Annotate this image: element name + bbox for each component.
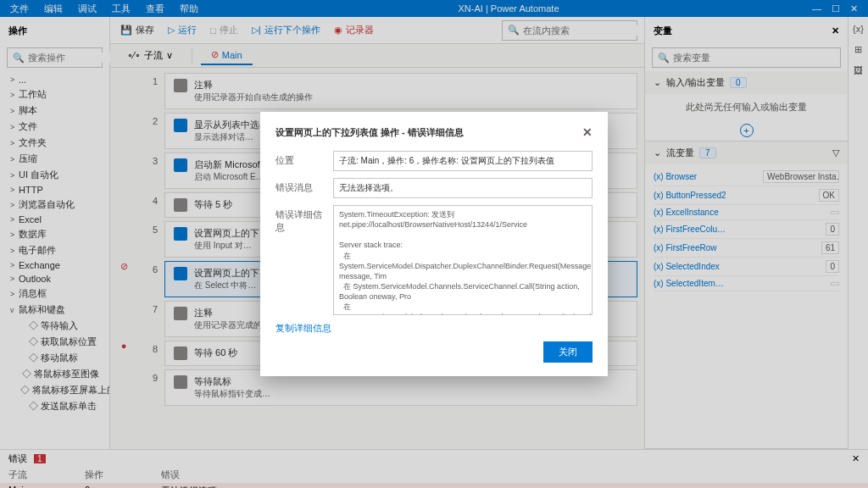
dialog-title: 设置网页上的下拉列表值 操作 - 错误详细信息 — [275, 126, 464, 139]
location-label: 位置 — [275, 151, 325, 171]
modal-overlay: 设置网页上的下拉列表值 操作 - 错误详细信息✕ 位置子流: Main，操作: … — [0, 0, 868, 488]
location-value: 子流: Main，操作: 6，操作名称: 设置网页上的下拉列表值 — [333, 151, 593, 171]
stack-trace[interactable]: System.TimeoutException: 发送到 net.pipe://… — [333, 205, 593, 315]
copy-details-link[interactable]: 复制详细信息 — [275, 322, 593, 335]
details-label: 错误详细信息 — [275, 205, 325, 315]
error-dialog: 设置网页上的下拉列表值 操作 - 错误详细信息✕ 位置子流: Main，操作: … — [260, 112, 608, 376]
errmsg-value: 无法选择选项。 — [333, 178, 593, 198]
dialog-ok-button[interactable]: 关闭 — [543, 341, 593, 363]
dialog-close-icon[interactable]: ✕ — [582, 125, 593, 139]
errmsg-label: 错误消息 — [275, 178, 325, 198]
